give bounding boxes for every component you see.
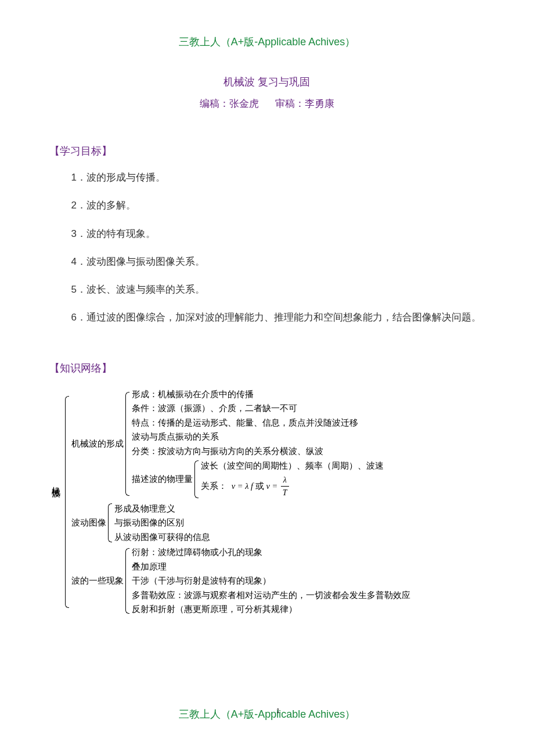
section-network-heading: 【知识网络】: [49, 361, 485, 375]
net-level2: 形成及物理意义 与振动图像的区别 从波动图像可获得的信息: [114, 502, 210, 544]
header-mark: 三教上人（A+版-Applicable Achives）: [49, 35, 485, 49]
doc-title: 机械波 复习与巩固: [49, 75, 485, 89]
goal-item: 4．波动图像与振动图像关系。: [49, 253, 485, 271]
goals-list: 1．波的形成与传播。 2．波的多解。 3．波的特有现象。 4．波动图像与振动图像…: [49, 168, 485, 327]
section-goals-heading: 【学习目标】: [49, 144, 485, 158]
reviewer-name: 李勇康: [305, 98, 334, 109]
net-leaf: 多普勒效应：波源与观察者相对运动产生的，一切波都会发生多普勒效应: [132, 588, 410, 602]
net-leaf: 分类：按波动方向与振动方向的关系分横波、纵波: [132, 444, 384, 458]
goal-item: 5．波长、波速与频率的关系。: [49, 280, 485, 299]
formula-sep: 或: [255, 481, 266, 490]
net-leaf: 衍射：波绕过障碍物或小孔的现象: [132, 545, 410, 559]
brace-icon: [124, 545, 130, 616]
brace-icon: [107, 502, 113, 544]
net-branch-phenomena: 波的一些现象 衍射：波绕过障碍物或小孔的现象 叠加原理 干涉（干涉与衍射是波特有…: [71, 545, 410, 617]
net-leaf: 从波动图像可获得的信息: [114, 530, 210, 544]
net-branch-label: 波的一些现象: [71, 574, 124, 587]
net-leaf: 特点：传播的是运动形式、能量、信息，质点并没随波迁移: [132, 416, 384, 430]
editor-label: 编稿：: [200, 98, 229, 109]
net-leaf: 叠加原理: [132, 560, 410, 574]
net-level1: 机械波的形成 形成：机械振动在介质中的传播 条件：波源（振源）、介质，二者缺一不…: [71, 387, 410, 617]
formula-label: 关系：: [201, 481, 227, 490]
footer-text-right: licable Achives）: [276, 708, 355, 720]
brace-icon: [64, 387, 70, 617]
footer-text-left: 三教上人（A+版-App: [179, 708, 277, 720]
goal-item: 1．波的形成与传播。: [49, 168, 485, 187]
net-branch-formation: 机械波的形成 形成：机械振动在介质中的传播 条件：波源（振源）、介质，二者缺一不…: [71, 387, 410, 501]
net-root-label: 机械波: [49, 387, 63, 617]
net-branch-image: 波动图像 形成及物理意义 与振动图像的区别 从波动图像可获得的信息: [71, 501, 410, 545]
net-leaf: 反射和折射（惠更斯原理，可分析其规律）: [132, 602, 410, 616]
footer-mark: 三教上人（A+版-App1licable Achives）: [0, 707, 534, 721]
net-leaf-formula: 关系： v = λ f 或 v = λ T: [201, 473, 384, 500]
net-leaf: 形成及物理意义: [114, 502, 210, 516]
page: 三教上人（A+版-Applicable Achives） 机械波 复习与巩固 编…: [0, 0, 534, 756]
net-leaf: 条件：波源（振源）、介质，二者缺一不可: [132, 401, 384, 415]
fraction-denominator: T: [281, 487, 289, 499]
author-line: 编稿：张金虎 审稿：李勇康: [49, 97, 485, 110]
fraction-numerator: λ: [281, 474, 289, 487]
goal-item: 2．波的多解。: [49, 196, 485, 215]
net-branch-label: 机械波的形成: [71, 437, 124, 450]
knowledge-network: 机械波 机械波的形成 形成：机械振动在介质中的传播 条件：波源（振源）、介质，二…: [49, 387, 485, 617]
net-leaf: 波长（波空间的周期性）、频率（周期）、波速: [201, 459, 384, 473]
fraction: λ T: [281, 474, 289, 499]
editor-name: 张金虎: [229, 98, 259, 109]
net-leaf: 干涉（干涉与衍射是波特有的现象）: [132, 574, 410, 588]
net-leaf: 波动与质点振动的关系: [132, 430, 384, 444]
net-leaf: 形成：机械振动在介质中的传播: [132, 387, 384, 401]
net-branch-label: 波动图像: [71, 516, 106, 529]
formula: v = λ f: [232, 481, 253, 490]
net-level2: 形成：机械振动在介质中的传播 条件：波源（振源）、介质，二者缺一不可 特点：传播…: [132, 387, 384, 501]
goal-item: 6．通过波的图像综合，加深对波的理解能力、推理能力和空间想象能力，结合图像解决问…: [49, 308, 485, 327]
brace-icon: [193, 459, 199, 500]
net-leaf: 与振动图像的区别: [114, 516, 210, 530]
net-level2: 衍射：波绕过障碍物或小孔的现象 叠加原理 干涉（干涉与衍射是波特有的现象） 多普…: [132, 545, 410, 616]
goal-item: 3．波的特有现象。: [49, 225, 485, 243]
net-branch-quantities: 描述波的物理量 波长（波空间的周期性）、频率（周期）、波速 关系： v = λ …: [132, 458, 384, 501]
brace-icon: [124, 387, 130, 501]
reviewer-label: 审稿：: [275, 98, 305, 109]
net-branch-label: 描述波的物理量: [132, 473, 193, 485]
formula-v: v =: [266, 481, 277, 490]
net-level3: 波长（波空间的周期性）、频率（周期）、波速 关系： v = λ f 或 v = …: [201, 459, 384, 500]
